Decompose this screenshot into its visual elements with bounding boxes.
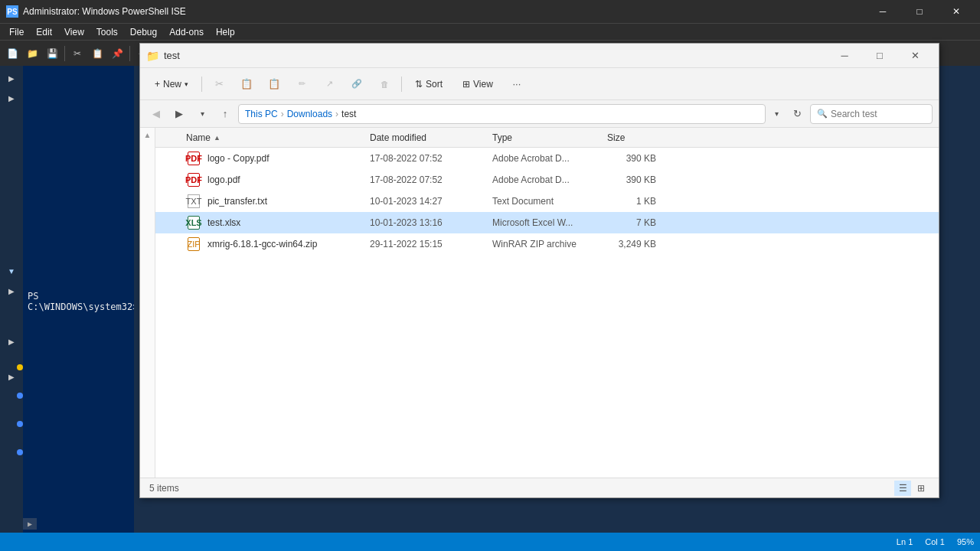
view-tiles-btn[interactable]: ⊞ [913,481,929,496]
column-headers: Name ▲ Date modified Type Size [155,128,939,148]
sort-arrow-icon: ▲ [214,134,220,142]
nav-btn-5[interactable]: ▶ [2,332,21,350]
fe-titlebar: 📁 test ─ □ ✕ [140,44,939,68]
breadcrumb-test: test [341,109,356,119]
cut-btn[interactable]: ✂ [207,73,231,95]
col-header-size[interactable]: Size [607,132,668,143]
fe-maximize-btn[interactable]: □ [862,44,897,68]
file-item-1[interactable]: PDF logo.pdf 17-08-2022 07:52 Adobe Acro… [155,169,939,191]
menu-edit[interactable]: Edit [30,25,58,39]
close-button[interactable]: ✕ [939,0,974,23]
file-date-1: 17-08-2022 07:52 [370,174,492,185]
file-icon-2: TXT [186,194,201,209]
nav-btn-2[interactable]: ▶ [2,89,21,107]
sort-btn[interactable]: ⇅ Sort [407,73,451,95]
nav-btn-3[interactable]: ▼ [2,262,21,280]
file-type-0: Adobe Acrobat D... [492,153,607,164]
menu-tools[interactable]: Tools [90,25,124,39]
breadcrumb-sep-2: › [335,109,338,119]
copy-btn[interactable]: 📋 [234,73,259,95]
share-btn[interactable]: ↗ [317,73,341,95]
view-label: View [473,79,493,90]
file-size-1: 390 KB [607,174,668,185]
sort-indicator: ▲ [140,128,155,139]
minimize-button[interactable]: ─ [865,0,900,23]
console-panel[interactable]: ▶ ▶ ▼ ▶ ▶ ▶ PS C:\WINDOWS\system32> ▶ [0,66,134,533]
toolbar-paste-btn[interactable]: 📌 [108,44,126,63]
copy-path-btn[interactable]: 🔗 [345,73,369,95]
nav-sidebar: ▶ ▶ ▼ ▶ ▶ ▶ [0,66,23,533]
file-date-3: 10-01-2023 13:16 [370,217,492,228]
file-name-1: logo.pdf [207,174,370,185]
file-item-0[interactable]: PDF logo - Copy.pdf 17-08-2022 07:52 Ado… [155,148,939,169]
expand-right-btn[interactable]: ▶ [23,518,37,530]
file-name-0: logo - Copy.pdf [207,153,370,164]
refresh-btn[interactable]: ↻ [787,104,807,124]
menu-file[interactable]: File [3,25,30,39]
ps-prompt: PS C:\WINDOWS\system32> [28,291,134,312]
zip-icon: ZIP [188,237,200,251]
paste-btn[interactable]: 📋 [262,73,286,95]
toolbar-open-btn[interactable]: 📁 [23,44,41,63]
breadcrumb-downloads[interactable]: Downloads [287,109,332,119]
menu-help[interactable]: Help [210,25,241,39]
menu-view[interactable]: View [58,25,90,39]
delete-btn[interactable]: 🗑 [372,73,397,95]
app-icon: PS [6,5,18,18]
fe-file-list[interactable]: Name ▲ Date modified Type Size PDF logo … [155,128,939,478]
file-type-4: WinRAR ZIP archive [492,239,607,249]
toolbar-save-btn[interactable]: 💾 [43,44,61,63]
col-header-name[interactable]: Name ▲ [186,132,370,143]
search-icon: 🔍 [817,109,828,119]
toolbar-separator-2 [401,77,402,92]
forward-btn[interactable]: ▶ [169,104,189,124]
search-input[interactable] [831,109,926,119]
file-date-0: 17-08-2022 07:52 [370,153,492,164]
menu-debug[interactable]: Debug [124,25,163,39]
file-size-0: 390 KB [607,153,668,164]
fe-toolbar: + New ▾ ✂ 📋 📋 ✏ ↗ 🔗 🗑 ⇅ Sort ⊞ View ··· [140,68,939,100]
menu-addons[interactable]: Add-ons [163,25,210,39]
fe-close-btn[interactable]: ✕ [897,44,933,68]
breadcrumb-dropdown-btn[interactable]: ▾ [769,104,784,124]
nav-btn-1[interactable]: ▶ [2,69,21,87]
nav-btn-4[interactable]: ▶ [2,282,21,300]
recent-btn[interactable]: ▾ [192,104,212,124]
console-output: PS C:\WINDOWS\system32> [23,288,134,315]
toolbar-cut-btn[interactable]: ✂ [68,44,87,63]
ise-window: PS Administrator: Windows PowerShell ISE… [0,0,980,551]
col-header-date[interactable]: Date modified [370,132,492,143]
file-type-3: Microsoft Excel W... [492,217,607,228]
file-item-4[interactable]: ZIP xmrig-6.18.1-gcc-win64.zip 29-11-202… [155,233,939,255]
maximize-button[interactable]: □ [902,0,937,23]
file-type-1: Adobe Acrobat D... [492,174,607,185]
rename-btn[interactable]: ✏ [289,73,314,95]
breadcrumb-thispc[interactable]: This PC [245,109,278,119]
file-size-3: 7 KB [607,217,668,228]
window-title: Administrator: Windows PowerShell ISE [23,6,865,17]
file-item-3[interactable]: XLS test.xlsx 10-01-2023 13:16 Microsoft… [155,212,939,233]
col-header-type[interactable]: Type [492,132,607,143]
title-bar: PS Administrator: Windows PowerShell ISE… [0,0,980,23]
toolbar-new-btn[interactable]: 📄 [3,44,21,63]
fe-content: ▲ Name ▲ Date modified Type Size PDF [140,128,939,478]
col-indicator: Col 1 [925,537,945,546]
more-btn[interactable]: ··· [505,73,529,95]
file-date-2: 10-01-2023 14:27 [370,196,492,207]
fe-minimize-btn[interactable]: ─ [827,44,862,68]
fe-addressbar: ◀ ▶ ▾ ↑ This PC › Downloads › test ▾ ↻ 🔍 [140,100,939,128]
new-btn[interactable]: + New ▾ [146,73,197,95]
up-btn[interactable]: ↑ [215,104,235,124]
file-name-4: xmrig-6.18.1-gcc-win64.zip [207,239,370,249]
back-btn[interactable]: ◀ [146,104,166,124]
ln-indicator: Ln 1 [897,537,913,546]
fe-title-controls: ─ □ ✕ [827,44,933,68]
toolbar-copy-btn[interactable]: 📋 [88,44,106,63]
search-box[interactable]: 🔍 [810,104,933,124]
breadcrumb-sep-1: › [281,109,284,119]
file-item-2[interactable]: TXT pic_transfer.txt 10-01-2023 14:27 Te… [155,191,939,212]
view-details-btn[interactable]: ☰ [894,481,911,496]
toolbar-separator-1 [201,77,202,92]
view-btn[interactable]: ⊞ View [454,73,501,95]
file-icon-4: ZIP [186,236,201,252]
